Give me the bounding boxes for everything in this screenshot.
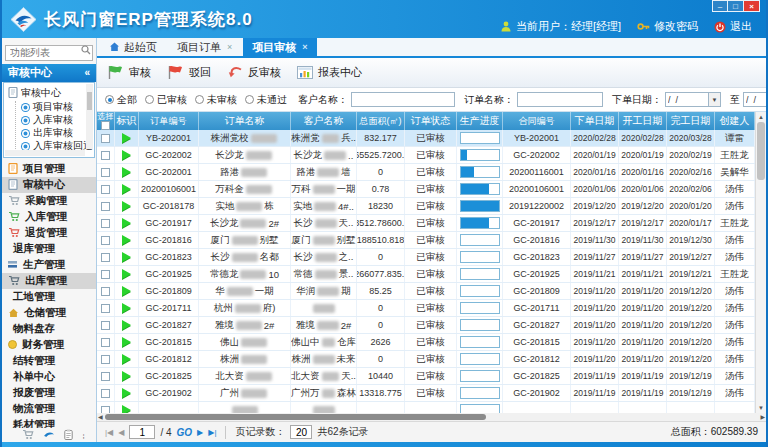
table-row[interactable]: GC-201711 杭州府) 0 已审核 GC-201711 2019/11/2… [97,300,755,317]
tree-root-audit-center[interactable]: 审核中心 [8,86,84,100]
customer-name-input[interactable] [351,92,455,107]
status-radio-3[interactable]: 未通过 [245,93,287,107]
logout-button[interactable]: 退出 [714,19,752,34]
row-checkbox[interactable] [101,304,110,313]
row-checkbox[interactable] [101,134,110,143]
close-tab-icon[interactable]: × [302,42,307,52]
tree-item-2[interactable]: 出库审核 [22,127,84,140]
vertical-scroll-thumb[interactable] [757,122,765,180]
scroll-left-icon[interactable]: ◀ [98,413,103,421]
table-row[interactable]: GC-201917 长沙龙2# 长沙天.. 8512.78600.. 已审核 G… [97,215,755,232]
sidebar-item-6[interactable]: 生产管理 [2,257,96,273]
row-checkbox[interactable] [101,355,110,364]
table-row[interactable]: GC-201823 长沙名都 长沙之.. 0 已审核 GC-201823 201… [97,249,755,266]
grid-vertical-scrollbar[interactable]: ▲ ▼ [755,112,766,413]
go-button[interactable]: GO [177,427,193,438]
sidebar-item-14[interactable]: 报废管理 [2,385,96,401]
scroll-right-icon[interactable]: ▶ [760,413,765,421]
row-checkbox[interactable] [101,151,110,160]
row-checkbox[interactable] [101,389,110,398]
unaudit-button[interactable]: 反审核 [227,65,281,80]
horizontal-scroll-thumb[interactable] [105,414,486,420]
table-row[interactable]: GC-201815 佛山 佛山中仓库 2626 已审核 GC-201815 20… [97,334,755,351]
table-row[interactable]: GC-201902 广州 广州万森林 13318.775 已审核 GC-2019… [97,385,755,402]
sidebar-item-9[interactable]: 仓储管理 [2,305,96,321]
row-checkbox[interactable] [101,406,110,414]
sidebar-item-5[interactable]: 退库管理 [2,241,96,257]
close-button[interactable]: × [744,0,760,12]
first-page-button[interactable]: |◀ [105,428,113,437]
sidebar-item-12[interactable]: 结转管理 [2,353,96,369]
collapse-sidebar-icon[interactable]: « [84,67,90,78]
order-name-input[interactable] [517,92,603,107]
row-checkbox[interactable] [101,287,110,296]
table-row[interactable]: GC-2018178 实地栋 实地4#.. 18230 已审核 20191220… [97,198,755,215]
reject-button[interactable]: 驳回 [167,65,211,80]
close-tab-icon[interactable]: × [227,42,232,52]
row-checkbox[interactable] [101,185,110,194]
status-radio-1[interactable]: 已审核 [145,93,187,107]
last-page-button[interactable]: ▶| [208,428,216,437]
tree-horizontal-scrollbar[interactable] [5,150,85,156]
sidebar-item-3[interactable]: 入库管理 [2,209,96,225]
report-center-button[interactable]: 报表中心 [297,65,362,80]
status-radio-2[interactable]: 未审核 [195,93,237,107]
tab-2[interactable]: 项目审核 × [243,38,316,56]
tree-vertical-scrollbar[interactable] [86,84,93,149]
tab-1[interactable]: 项目订单 × [168,38,241,56]
table-row[interactable]: GC-201825 北大资 北大资天.. 10440 已审核 GC-201825… [97,368,755,385]
table-row[interactable]: GC-201827 雅境2# 雅境2# 0 已审核 GC-201827 2019… [97,317,755,334]
sidebar-item-15[interactable]: 物流管理 [2,401,96,417]
table-row[interactable]: GC-201812 株洲 株洲未来 0 已审核 GC-201812 2019/1… [97,351,755,368]
sidebar-item-0[interactable]: 项目管理 [2,161,96,177]
table-row[interactable]: GC-201925 常德龙10 常德景.. 266077.835.. 已审核 G… [97,266,755,283]
swoosh-blue-icon[interactable] [43,430,55,439]
function-search-input[interactable] [5,45,93,61]
tree-item-1[interactable]: 入库审核 [22,114,84,127]
sidebar-item-4[interactable]: 退货管理 [2,225,96,241]
row-checkbox[interactable] [101,270,110,279]
table-row[interactable]: GC-202002 长沙龙 长沙龙.. 65525.7200.. 已审核 GC-… [97,147,755,164]
change-password-button[interactable]: 修改密码 [637,19,698,34]
audit-button[interactable]: 审核 [107,65,151,80]
sidebar-item-8[interactable]: 工地管理 [2,289,96,305]
table-row[interactable]: GC-202001 路港 路港墙 0 已审核 20200116001 2020/… [97,164,755,181]
maximize-button[interactable]: □ [728,0,744,12]
sidebar-item-13[interactable]: 补单中心 [2,369,96,385]
sidebar-item-2[interactable]: 采购管理 [2,193,96,209]
scroll-down-icon[interactable]: ▼ [758,403,764,413]
clipboard-icon[interactable] [64,429,73,440]
status-radio-0[interactable]: 全部 [105,93,137,107]
sidebar-item-1[interactable]: 审核中心 [2,177,96,193]
table-row[interactable]: GC-201816 厦门别墅 厦门别墅 188510.818 已审核 GC-20… [97,232,755,249]
table-row[interactable] [97,402,755,413]
cart-gray-icon[interactable] [22,429,34,440]
row-checkbox[interactable] [101,236,110,245]
sidebar-item-7[interactable]: 出库管理 [2,273,96,289]
tab-0[interactable]: 起始页 [100,38,166,56]
select-all-checkbox[interactable] [101,121,110,130]
page-input[interactable] [129,425,155,439]
table-row[interactable]: 20200106001 万科金 万科一期 0.78 已审核 2020010600… [97,181,755,198]
sidebar-item-10[interactable]: 物料盘存 [2,321,96,337]
row-checkbox[interactable] [101,219,110,228]
prev-page-button[interactable]: ◀ [118,428,124,437]
table-row[interactable]: GC-201809 华一期 华润期 85.25 已审核 GC-201809 20… [97,283,755,300]
table-row[interactable]: YB-202001 株洲党校 株洲党兵.. 832.177 已审核 YB-202… [97,130,755,147]
next-page-button[interactable]: ▶ [197,428,203,437]
row-checkbox[interactable] [101,372,110,381]
row-checkbox[interactable] [101,202,110,211]
row-checkbox[interactable] [101,321,110,330]
row-checkbox[interactable] [101,338,110,347]
scroll-up-icon[interactable]: ▲ [758,112,764,122]
more-icon[interactable]: ⁞ [82,425,84,443]
minimize-button[interactable]: – [712,0,728,12]
page-size-input[interactable] [290,425,312,439]
row-checkbox[interactable] [101,168,110,177]
order-date-input[interactable] [665,92,709,107]
grid-horizontal-scrollbar[interactable]: ◀ ▶ [97,413,766,421]
row-checkbox[interactable] [101,253,110,262]
chevron-down-icon[interactable]: ▼ [709,92,721,107]
sidebar-item-11[interactable]: 财务管理 [2,337,96,353]
order-date-to-input[interactable] [743,92,766,107]
